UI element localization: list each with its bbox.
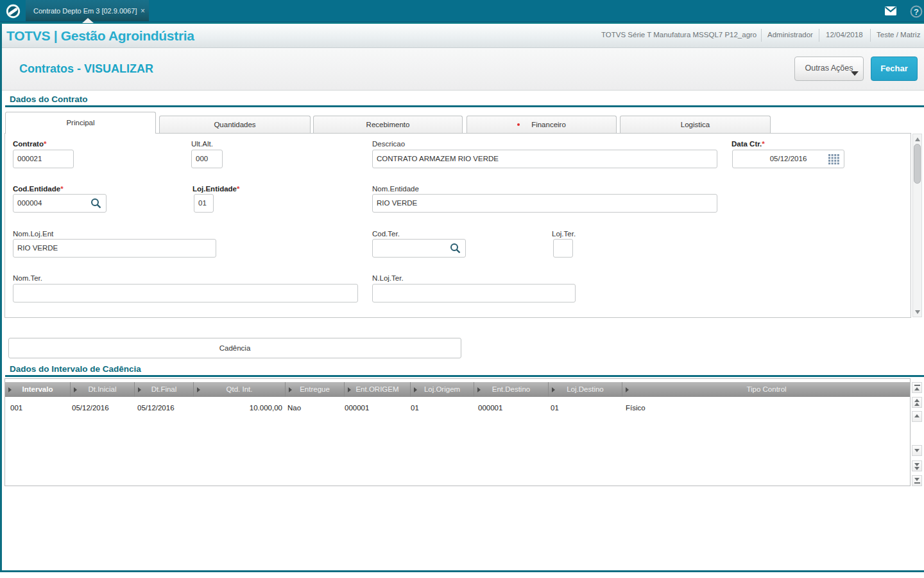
svg-text:?: ? bbox=[914, 7, 919, 17]
